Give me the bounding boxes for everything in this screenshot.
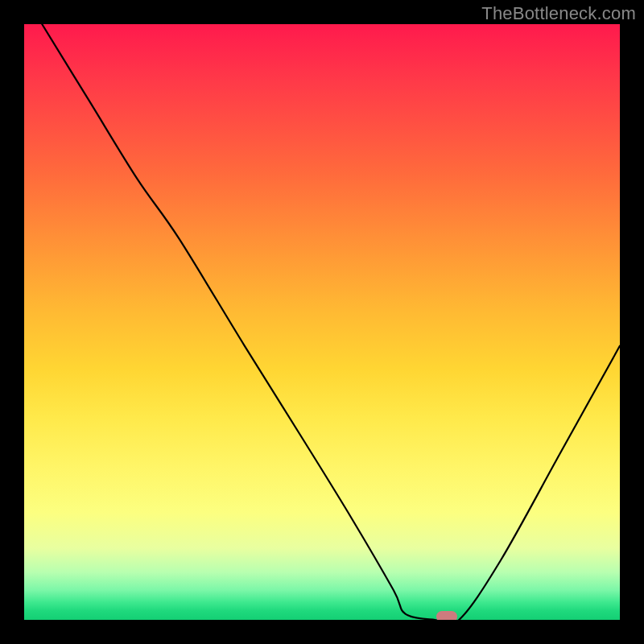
chart-stage: TheBottleneck.com (0, 0, 644, 644)
plot-area (24, 24, 620, 620)
optimal-marker (436, 611, 457, 620)
bottleneck-curve (24, 24, 620, 620)
watermark-text: TheBottleneck.com (481, 3, 636, 24)
